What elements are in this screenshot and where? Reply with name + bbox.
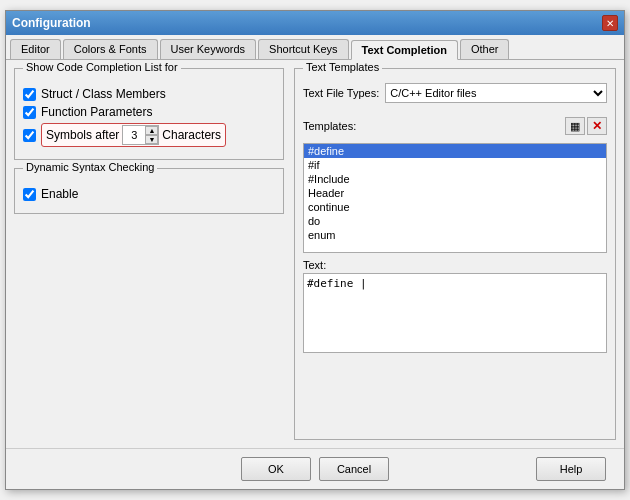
function-params-row: Function Parameters [23,105,275,119]
file-type-label: Text File Types: [303,87,379,99]
symbols-checkbox[interactable] [23,129,36,142]
function-params-checkbox[interactable] [23,106,36,119]
template-item-continue[interactable]: continue [304,200,606,214]
template-item-header[interactable]: Header [304,186,606,200]
text-content: #define [307,277,360,290]
enable-row: Enable [23,187,275,201]
symbols-row: Symbols after ▲ ▼ Characters [23,123,275,147]
center-buttons: OK Cancel [241,457,389,481]
text-section: Text: #define [303,259,607,353]
enable-checkbox[interactable] [23,188,36,201]
close-button[interactable]: ✕ [602,15,618,31]
characters-label: Characters [162,128,221,142]
title-bar: Configuration ✕ [6,11,624,35]
template-item-include[interactable]: #Include [304,172,606,186]
template-item-if[interactable]: #if [304,158,606,172]
tab-text-completion[interactable]: Text Completion [351,40,458,60]
spinner-up-btn[interactable]: ▲ [145,126,158,135]
tabs-bar: Editor Colors & Fonts User Keywords Shor… [6,35,624,60]
left-panel: Show Code Completion List for Struct / C… [14,68,284,440]
dynamic-syntax-group: Dynamic Syntax Checking Enable [14,168,284,214]
cancel-button[interactable]: Cancel [319,457,389,481]
configuration-window: Configuration ✕ Editor Colors & Fonts Us… [5,10,625,490]
tab-editor[interactable]: Editor [10,39,61,59]
template-item-enum[interactable]: enum [304,228,606,242]
tab-colors-fonts[interactable]: Colors & Fonts [63,39,158,59]
text-label: Text: [303,259,607,271]
help-button[interactable]: Help [536,457,606,481]
text-templates-group: Text Templates Text File Types: C/C++ Ed… [294,68,616,440]
ok-button[interactable]: OK [241,457,311,481]
enable-label: Enable [41,187,78,201]
struct-members-label: Struct / Class Members [41,87,166,101]
bottom-buttons-wrapper: OK Cancel Help [14,457,616,481]
struct-members-checkbox[interactable] [23,88,36,101]
bottom-bar: OK Cancel Help [6,448,624,489]
tab-other[interactable]: Other [460,39,510,59]
templates-list-wrap: #define #if #Include Header continue do … [303,143,607,253]
text-templates-title: Text Templates [303,61,382,73]
cursor-indicator [360,277,367,290]
tab-shortcut-keys[interactable]: Shortcut Keys [258,39,348,59]
file-type-row: Text File Types: C/C++ Editor files HTML… [303,83,607,103]
template-new-button[interactable]: ▦ [565,117,585,135]
code-completion-title: Show Code Completion List for [23,61,181,73]
spinner-down-btn[interactable]: ▼ [145,135,158,144]
template-delete-button[interactable]: ✕ [587,117,607,135]
file-type-select[interactable]: C/C++ Editor files HTML files Java files… [385,83,607,103]
template-item-do[interactable]: do [304,214,606,228]
struct-members-row: Struct / Class Members [23,87,275,101]
symbols-spinner[interactable]: ▲ ▼ [122,125,159,145]
tab-user-keywords[interactable]: User Keywords [160,39,257,59]
templates-label: Templates: [303,120,356,132]
window-title: Configuration [12,16,91,30]
templates-list[interactable]: #define #if #Include Header continue do … [303,143,607,253]
template-actions: ▦ ✕ [565,117,607,135]
function-params-label: Function Parameters [41,105,152,119]
symbols-after-label: Symbols after [46,128,119,142]
symbols-value-input[interactable] [123,126,145,144]
dynamic-syntax-title: Dynamic Syntax Checking [23,161,157,173]
template-item-define[interactable]: #define [304,144,606,158]
content-area: Show Code Completion List for Struct / C… [6,60,624,448]
code-completion-group: Show Code Completion List for Struct / C… [14,68,284,160]
right-panel: Text Templates Text File Types: C/C++ Ed… [294,68,616,440]
templates-header: Templates: ▦ ✕ [303,117,607,135]
text-editor[interactable]: #define [303,273,607,353]
